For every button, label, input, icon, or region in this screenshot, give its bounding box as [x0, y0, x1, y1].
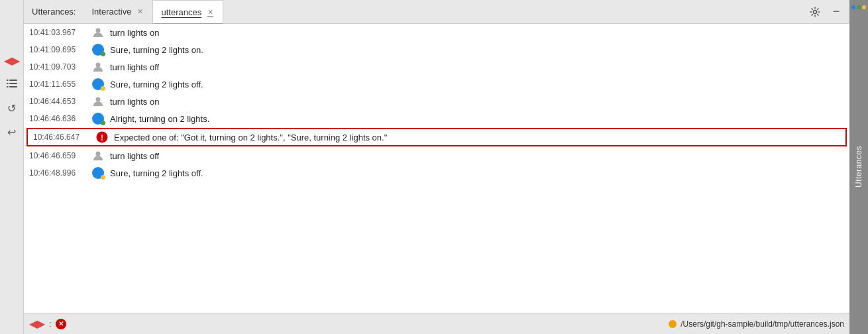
error-avatar-area: ! [93, 131, 111, 143]
utterance-text: turn lights on [110, 97, 841, 107]
bot-avatar-area [89, 167, 107, 179]
timestamp: 10:46:48.996 [29, 168, 89, 178]
tab-interactive-label: Interactive [91, 7, 131, 17]
svg-rect-5 [7, 86, 9, 87]
user-icon [91, 26, 105, 39]
right-sidebar[interactable]: Utterances [849, 0, 868, 334]
user-avatar-area [89, 26, 107, 39]
bot-icon [92, 78, 104, 90]
blue-dot [851, 5, 855, 9]
utterance-row: 10:41:11.655 Sure, turning 2 lights off. [24, 76, 849, 93]
svg-rect-2 [9, 83, 17, 84]
utterance-row: 10:41:09.695 Sure, turning 2 lights on. [24, 41, 849, 58]
error-text: Expected one of: "Got it, turning on 2 l… [114, 133, 840, 142]
separator: : [49, 319, 52, 329]
user-avatar-area [89, 95, 107, 108]
tab-utterances-label: utterances [161, 7, 201, 17]
svg-rect-1 [7, 80, 9, 81]
utterance-text: Alright, turning on 2 lights. [110, 114, 841, 124]
utterance-text: turn lights off [110, 62, 841, 72]
timestamp: 10:41:11.655 [29, 80, 89, 89]
bot-avatar-area [89, 44, 107, 56]
svg-point-12 [96, 152, 101, 156]
utterance-text: Sure, turning 2 lights on. [110, 45, 841, 55]
file-dot-icon [669, 320, 677, 328]
user-icon [91, 149, 105, 162]
utterance-text: Sure, turning 2 lights off. [110, 80, 841, 89]
timestamp: 10:46:46.647 [33, 133, 93, 142]
bot-avatar-area [89, 113, 107, 125]
utterance-text: turn lights off [110, 151, 841, 161]
utterance-row: 10:41:09.703 turn lights off [24, 58, 849, 76]
content-area: 10:41:03.967 turn lights on 10:41:09.695 [24, 24, 849, 313]
play-icon[interactable]: ◀▶ [5, 53, 19, 68]
user-icon [91, 95, 105, 108]
utterance-row: 10:46:44.653 turn lights on [24, 93, 849, 110]
user-avatar-area [89, 60, 107, 74]
utterance-row: 10:46:46.659 turn lights off [24, 147, 849, 164]
tab-interactive[interactable]: Interactive ✕ [83, 0, 152, 24]
sidebar-dots [851, 5, 866, 9]
file-path-label: /Users/git/gh-sample/build/tmp/utterance… [680, 319, 844, 329]
utterance-row: 10:46:46.636 Alright, turning on 2 light… [24, 110, 849, 127]
timestamp: 10:41:09.695 [29, 45, 89, 54]
minimize-icon[interactable]: − [828, 4, 844, 20]
user-icon [91, 60, 105, 74]
tab-interactive-close[interactable]: ✕ [135, 7, 144, 17]
svg-text:!: ! [101, 133, 103, 142]
tab-utterances[interactable]: utterances ✕ [152, 0, 223, 24]
bot-icon [92, 113, 104, 125]
svg-point-6 [814, 10, 817, 13]
svg-rect-3 [7, 83, 9, 84]
user-avatar-area [89, 149, 107, 162]
timestamp: 10:41:09.703 [29, 62, 89, 72]
bot-icon [92, 167, 104, 179]
error-utterance-row: 10:46:46.647 ! Expected one of: "Got it,… [27, 128, 847, 146]
settings-icon[interactable] [807, 4, 823, 20]
svg-point-8 [96, 63, 101, 68]
timestamp: 10:46:44.653 [29, 97, 89, 106]
list-icon[interactable] [5, 77, 19, 91]
utterance-row: 10:41:03.967 turn lights on [24, 24, 849, 41]
utterance-row: 10:46:48.996 Sure, turning 2 lights off. [24, 164, 849, 182]
svg-rect-4 [9, 86, 17, 87]
bot-icon [92, 44, 104, 56]
right-sidebar-label: Utterances [854, 146, 863, 188]
green-dot [857, 5, 861, 9]
error-icon: ! [96, 131, 108, 143]
main-area: Utterances: Interactive ✕ utterances ✕ −… [24, 0, 849, 334]
timestamp: 10:41:03.967 [29, 28, 89, 37]
utterances-prefix-label: Utterances: [29, 7, 78, 17]
svg-point-9 [96, 97, 101, 102]
svg-rect-0 [9, 80, 17, 81]
tab-bar: Utterances: Interactive ✕ utterances ✕ − [24, 0, 849, 24]
timestamp: 10:46:46.659 [29, 151, 89, 160]
yellow-dot [862, 5, 866, 9]
utterance-text: Sure, turning 2 lights off. [110, 168, 841, 178]
refresh-icon[interactable]: ↺ [5, 101, 19, 115]
tab-utterances-close[interactable]: ✕ [205, 7, 215, 17]
timestamp: 10:46:46.636 [29, 114, 89, 123]
tab-actions: − [807, 4, 849, 20]
play-pause-button[interactable]: ◀▶ [29, 317, 45, 330]
bottom-bar: ◀▶ : ✕ /Users/git/gh-sample/build/tmp/ut… [24, 313, 849, 334]
bot-avatar-area [89, 78, 107, 90]
undo-icon[interactable]: ↩ [5, 125, 19, 139]
error-badge: ✕ [56, 319, 66, 329]
svg-point-7 [96, 28, 101, 33]
utterance-text: turn lights on [110, 28, 841, 38]
left-sidebar: ◀▶ ↺ ↩ [0, 0, 24, 334]
